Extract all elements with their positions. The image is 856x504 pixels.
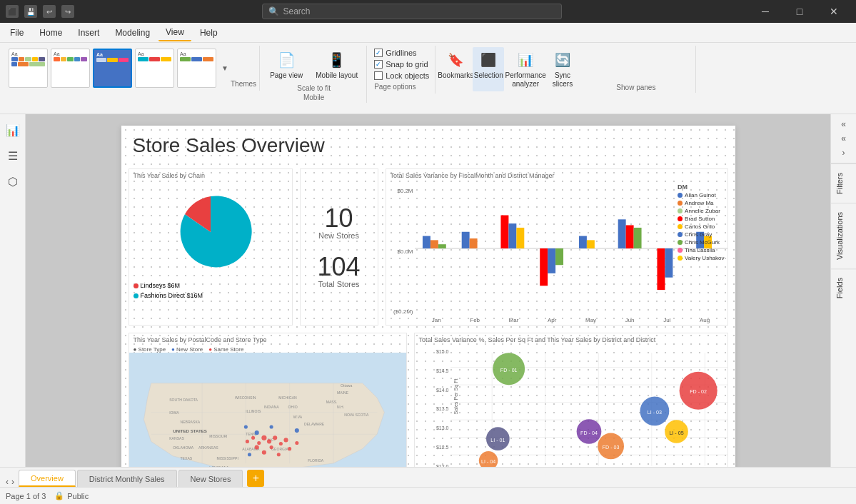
svg-point-73 [243, 425, 247, 428]
map-section: This Year Sales by PostalCode and Store … [129, 333, 407, 467]
menu-home[interactable]: Home [32, 25, 69, 41]
dm-dot-0 [678, 193, 683, 198]
bookmarks-button[interactable]: 🔖 Bookmarks [440, 47, 471, 91]
snap-to-grid-checkbox[interactable]: Snap to grid [374, 60, 429, 69]
visualizations-tab[interactable]: Visualizations [831, 203, 856, 268]
bar-x-may: May [585, 317, 596, 323]
svg-rect-8 [516, 228, 524, 248]
expand-panel-button[interactable]: « [835, 131, 852, 146]
tab-overview[interactable]: Overview [19, 470, 76, 487]
undo-icon[interactable]: ↩ [43, 5, 56, 18]
tab-bar: ‹ › Overview District Monthly Sales New … [0, 467, 856, 487]
save-icon[interactable]: 💾 [24, 5, 37, 18]
dm-dot-5 [678, 232, 683, 237]
mobile-label: Mobile [303, 94, 324, 101]
app-icon: ⬛ [6, 5, 19, 18]
menu-file[interactable]: File [3, 25, 31, 41]
menu-view[interactable]: View [158, 24, 191, 41]
tab-new-stores[interactable]: New Stores [178, 470, 243, 487]
sidebar-icon-report[interactable]: 📊 [3, 120, 23, 140]
maximize-button[interactable]: □ [783, 0, 816, 23]
bubble-y-145: $14.5 [436, 368, 449, 373]
minimize-button[interactable]: ─ [749, 0, 782, 23]
status-bar: Page 1 of 3 🔒 Public [0, 487, 856, 504]
search-icon: 🔍 [268, 6, 279, 16]
tab-district-monthly-sales[interactable]: District Monthly Sales [77, 470, 177, 487]
ribbon: Aa [0, 43, 856, 114]
fields-tab[interactable]: Fields [831, 268, 856, 307]
svg-text:FD - 01: FD - 01 [500, 368, 517, 373]
theme-item-4[interactable]: Aa [135, 49, 174, 88]
svg-text:FD - 04: FD - 04 [580, 430, 598, 436]
new-stores-label: New Stores [318, 231, 359, 240]
gridlines-cb-icon [374, 49, 383, 57]
dm-name-6: Chris McGurk [685, 239, 720, 246]
lock-objects-checkbox[interactable]: Lock objects [374, 71, 429, 80]
filters-tab[interactable]: Filters [831, 163, 856, 203]
svg-text:FLORIDA: FLORIDA [308, 458, 324, 463]
sidebar-icon-data[interactable]: ☰ [3, 146, 23, 166]
tab-next-button[interactable]: › [11, 477, 14, 487]
sidebar-icon-model[interactable]: ⬡ [3, 171, 23, 191]
collapse-panel-button[interactable]: « [835, 117, 852, 131]
themes-dropdown-button[interactable]: ▼ [219, 64, 231, 72]
svg-text:SOUTH DAKOTA: SOUTH DAKOTA [169, 398, 198, 402]
pie-legend-dot-1 [134, 283, 139, 288]
bubble-y-13: $13.0 [436, 425, 449, 430]
pie-legend-dot-2 [134, 293, 139, 298]
dm-legend-item-5: Chris Gray [678, 231, 724, 238]
page-info: Page 1 of 3 [6, 492, 46, 500]
theme-item-1[interactable]: Aa [9, 49, 48, 88]
selection-button[interactable]: ⬛ Selection [473, 47, 504, 91]
bubble-y-14: $14.0 [436, 388, 449, 393]
svg-point-70 [254, 430, 258, 435]
svg-text:MASS.: MASS. [326, 400, 337, 404]
redo-icon[interactable]: ↪ [61, 5, 74, 18]
theme-item-2[interactable]: Aa [51, 49, 90, 88]
dm-dot-6 [678, 240, 683, 245]
svg-rect-10 [548, 248, 555, 273]
sync-slicers-button[interactable]: 🔄 Sync slicers [547, 47, 578, 91]
menu-modeling[interactable]: Modeling [108, 25, 157, 41]
menu-help[interactable]: Help [193, 25, 225, 41]
svg-point-65 [288, 447, 291, 450]
close-button[interactable]: ✕ [817, 0, 850, 23]
total-stores-label: Total Stores [317, 280, 360, 288]
gridlines-checkbox[interactable]: Gridlines [374, 49, 429, 57]
pie-legend-label-2: Fashions Direct $16M [141, 292, 203, 299]
svg-text:LI - 01: LI - 01 [490, 438, 505, 443]
svg-point-67 [276, 453, 280, 456]
pie-legend-item-1: Lindseys $6M [134, 282, 288, 289]
svg-text:NEBRASKA: NEBRASKA [180, 420, 200, 424]
add-page-button[interactable]: + [247, 470, 264, 487]
bar-y-label-3: ($0.2M) [393, 308, 413, 315]
new-stores-group: 10 New Stores [318, 206, 359, 240]
svg-text:W.VA: W.VA [293, 415, 302, 419]
map-legend-new: ● New Store [171, 346, 203, 353]
new-stores-count: 10 [318, 206, 359, 231]
svg-text:Ottawa: Ottawa [341, 383, 352, 388]
mobile-layout-button[interactable]: 📱 Mobile layout [310, 47, 363, 83]
bubble-y-125: $12.5 [436, 445, 449, 450]
menu-insert[interactable]: Insert [71, 25, 106, 41]
pie-section-title: This Year Sales by Chain [129, 169, 292, 182]
theme-item-3[interactable]: Aa [93, 49, 132, 88]
performance-analyzer-button[interactable]: 📊 Performance analyzer [505, 47, 545, 91]
map-legend: ● Store Type ● New Store ● Same Store [129, 346, 406, 353]
show-panes-label: Show panes [580, 84, 693, 91]
svg-text:IOWA: IOWA [169, 410, 179, 415]
ribbon-themes-section: Aa [6, 46, 260, 91]
page-view-button[interactable]: 📄 Page view [264, 47, 308, 83]
svg-text:INDIANA: INDIANA [263, 405, 278, 409]
bar-chart-title: Total Sales Variance by FiscalMonth and … [386, 169, 727, 182]
svg-rect-16 [633, 228, 641, 248]
tab-prev-button[interactable]: ‹ [6, 477, 9, 487]
theme-item-5[interactable]: Aa [177, 49, 216, 88]
panel-arrow-button[interactable]: › [835, 146, 852, 160]
svg-text:NOVA SCOTIA: NOVA SCOTIA [344, 413, 369, 417]
pie-legend-item-2: Fashions Direct $16M [134, 292, 288, 299]
dm-legend-item-7: Tina Lassila [678, 247, 724, 253]
dm-name-0: Allan Guinot [685, 192, 716, 198]
performance-analyzer-label: Performance analyzer [505, 71, 546, 89]
search-bar[interactable]: 🔍 Search [262, 4, 562, 19]
